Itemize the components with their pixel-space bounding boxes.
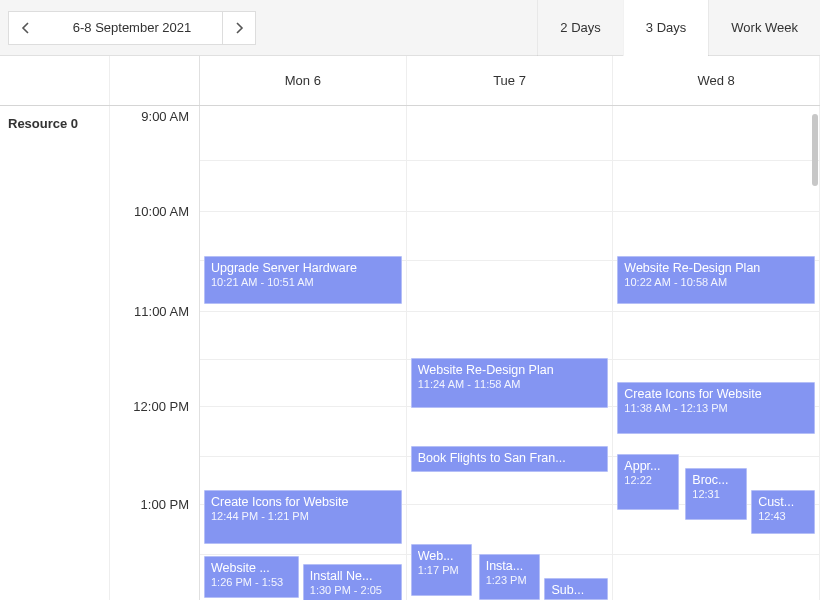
event[interactable]: Upgrade Server Hardware 10:21 AM - 10:51… — [204, 256, 402, 304]
event[interactable]: Create Icons for Website 11:38 AM - 12:1… — [617, 382, 815, 434]
event-time: 1:23 PM — [486, 574, 534, 586]
tab-3-days[interactable]: 3 Days — [623, 0, 708, 56]
event-title: Website ... — [211, 561, 292, 575]
event-time: 11:38 AM - 12:13 PM — [624, 402, 808, 414]
day-header-mon[interactable]: Mon 6 — [200, 56, 407, 105]
event-time: 12:22 — [624, 474, 672, 486]
event[interactable]: Create Icons for Website 12:44 PM - 1:21… — [204, 490, 402, 544]
event[interactable]: Website ... 1:26 PM - 1:53 — [204, 556, 299, 598]
date-range-label[interactable]: 6-8 September 2021 — [42, 11, 222, 45]
tab-2-days[interactable]: 2 Days — [537, 0, 622, 56]
event-time: 1:30 PM - 2:05 — [310, 584, 395, 596]
event-time: 12:44 PM - 1:21 PM — [211, 510, 395, 522]
date-nav: 6-8 September 2021 — [8, 11, 256, 45]
time-label: 11:00 AM — [134, 304, 189, 319]
event-title: Cust... — [758, 495, 808, 509]
event[interactable]: Broc... 12:31 — [685, 468, 747, 520]
event-title: Install Ne... — [310, 569, 395, 583]
event[interactable]: Website Re-Design Plan 10:22 AM - 10:58 … — [617, 256, 815, 304]
next-button[interactable] — [222, 11, 256, 45]
day-col-wed[interactable]: Website Re-Design Plan 10:22 AM - 10:58 … — [613, 106, 820, 600]
event[interactable]: Web... 1:17 PM — [411, 544, 473, 596]
event-title: Insta... — [486, 559, 534, 573]
event-title: Upgrade Server Hardware — [211, 261, 395, 275]
event-title: Book Flights to San Fran... — [418, 451, 602, 465]
event-title: Sub... — [551, 583, 601, 597]
resource-label: Resource 0 — [0, 106, 110, 600]
scrollbar[interactable] — [812, 114, 818, 186]
event-title: Create Icons for Website — [624, 387, 808, 401]
event-time: 1:17 PM — [418, 564, 466, 576]
day-header-row: Mon 6 Tue 7 Wed 8 — [0, 56, 820, 106]
day-header-wed[interactable]: Wed 8 — [613, 56, 820, 105]
view-tabs: 2 Days 3 Days Work Week — [537, 0, 820, 56]
event-title: Website Re-Design Plan — [418, 363, 602, 377]
scheduler-grid: Mon 6 Tue 7 Wed 8 Resource 0 9:00 AM 10:… — [0, 56, 820, 600]
scroll-body[interactable]: Resource 0 9:00 AM 10:00 AM 11:00 AM 12:… — [0, 106, 820, 600]
event[interactable]: Website Re-Design Plan 11:24 AM - 11:58 … — [411, 358, 609, 408]
event-time: 11:24 AM - 11:58 AM — [418, 378, 602, 390]
day-col-mon[interactable]: Upgrade Server Hardware 10:21 AM - 10:51… — [200, 106, 407, 600]
corner-resource — [0, 56, 110, 105]
chevron-left-icon — [21, 22, 31, 34]
toolbar: 6-8 September 2021 2 Days 3 Days Work We… — [0, 0, 820, 56]
event-title: Appr... — [624, 459, 672, 473]
event-time: 1:26 PM - 1:53 — [211, 576, 292, 588]
event[interactable]: Sub... — [544, 578, 608, 600]
day-header-tue[interactable]: Tue 7 — [407, 56, 614, 105]
chevron-right-icon — [234, 22, 244, 34]
event-time: 12:31 — [692, 488, 740, 500]
time-column: 9:00 AM 10:00 AM 11:00 AM 12:00 PM 1:00 … — [110, 106, 200, 600]
event-title: Web... — [418, 549, 466, 563]
days-container: Upgrade Server Hardware 10:21 AM - 10:51… — [200, 106, 820, 600]
event-time: 12:43 — [758, 510, 808, 522]
corner-time — [110, 56, 200, 105]
event-title: Create Icons for Website — [211, 495, 395, 509]
event[interactable]: Cust... 12:43 — [751, 490, 815, 534]
time-label: 9:00 AM — [141, 109, 189, 124]
event[interactable]: Insta... 1:23 PM — [479, 554, 541, 600]
prev-button[interactable] — [8, 11, 42, 45]
event-title: Broc... — [692, 473, 740, 487]
time-label: 10:00 AM — [134, 204, 189, 219]
event[interactable]: Book Flights to San Fran... — [411, 446, 609, 472]
event-time: 10:22 AM - 10:58 AM — [624, 276, 808, 288]
event[interactable]: Install Ne... 1:30 PM - 2:05 — [303, 564, 402, 600]
event-title: Website Re-Design Plan — [624, 261, 808, 275]
tab-work-week[interactable]: Work Week — [708, 0, 820, 56]
event-time: 10:21 AM - 10:51 AM — [211, 276, 395, 288]
time-label: 1:00 PM — [141, 497, 189, 512]
time-label: 12:00 PM — [133, 399, 189, 414]
day-col-tue[interactable]: Website Re-Design Plan 11:24 AM - 11:58 … — [407, 106, 614, 600]
event[interactable]: Appr... 12:22 — [617, 454, 679, 510]
